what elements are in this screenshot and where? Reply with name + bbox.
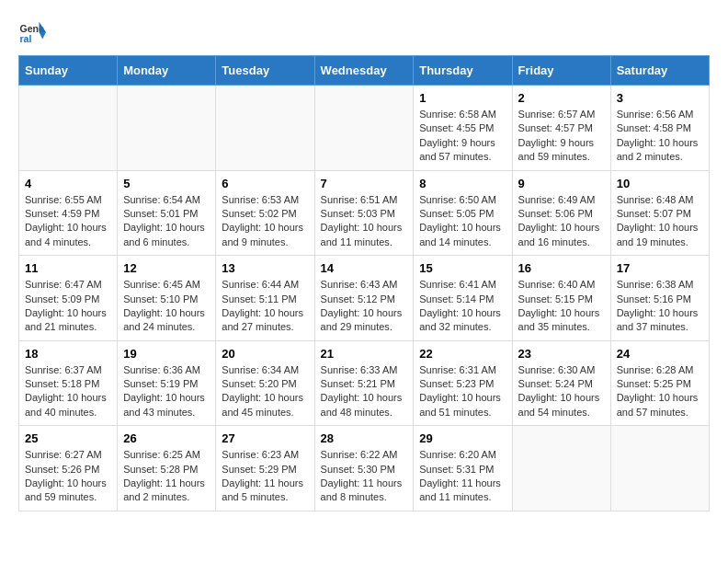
week-row-3: 11Sunrise: 6:47 AMSunset: 5:09 PMDayligh…	[19, 256, 710, 341]
weekday-header-row: SundayMondayTuesdayWednesdayThursdayFrid…	[19, 56, 710, 86]
day-info: Sunrise: 6:25 AMSunset: 5:28 PMDaylight:…	[123, 448, 210, 505]
day-number: 1	[419, 91, 506, 105]
day-number: 8	[419, 177, 506, 190]
day-number: 9	[518, 177, 605, 190]
calendar-cell: 2Sunrise: 6:57 AMSunset: 4:57 PMDaylight…	[512, 86, 610, 171]
calendar-cell: 27Sunrise: 6:23 AMSunset: 5:29 PMDayligh…	[216, 426, 314, 511]
day-info: Sunrise: 6:41 AMSunset: 5:14 PMDaylight:…	[419, 278, 506, 335]
day-info: Sunrise: 6:31 AMSunset: 5:23 PMDaylight:…	[419, 363, 506, 420]
day-info: Sunrise: 6:28 AMSunset: 5:25 PMDaylight:…	[617, 363, 703, 420]
calendar-cell: 8Sunrise: 6:50 AMSunset: 5:05 PMDaylight…	[414, 170, 512, 256]
day-number: 23	[518, 347, 605, 361]
calendar-cell: 17Sunrise: 6:38 AMSunset: 5:16 PMDayligh…	[610, 256, 709, 341]
logo: Gene ral	[18, 18, 48, 46]
calendar-cell	[19, 86, 118, 171]
day-number: 18	[25, 347, 111, 361]
day-info: Sunrise: 6:57 AMSunset: 4:57 PMDaylight:…	[518, 108, 605, 165]
day-info: Sunrise: 6:56 AMSunset: 4:58 PMDaylight:…	[617, 108, 703, 165]
weekday-header-wednesday: Wednesday	[314, 56, 414, 86]
weekday-header-saturday: Saturday	[610, 56, 709, 86]
day-number: 7	[321, 177, 408, 190]
day-number: 26	[123, 431, 210, 445]
calendar-cell: 20Sunrise: 6:34 AMSunset: 5:20 PMDayligh…	[216, 340, 314, 426]
day-info: Sunrise: 6:48 AMSunset: 5:07 PMDaylight:…	[617, 193, 703, 250]
day-number: 14	[321, 261, 408, 275]
day-info: Sunrise: 6:33 AMSunset: 5:21 PMDaylight:…	[321, 363, 408, 420]
day-info: Sunrise: 6:20 AMSunset: 5:31 PMDaylight:…	[419, 448, 506, 505]
calendar-cell: 4Sunrise: 6:55 AMSunset: 4:59 PMDaylight…	[19, 170, 118, 256]
calendar-cell: 6Sunrise: 6:53 AMSunset: 5:02 PMDaylight…	[216, 170, 314, 256]
day-info: Sunrise: 6:50 AMSunset: 5:05 PMDaylight:…	[419, 193, 506, 250]
calendar-cell: 22Sunrise: 6:31 AMSunset: 5:23 PMDayligh…	[414, 340, 512, 426]
day-info: Sunrise: 6:37 AMSunset: 5:18 PMDaylight:…	[25, 363, 111, 420]
calendar-cell	[314, 86, 414, 171]
day-number: 11	[25, 261, 111, 275]
week-row-4: 18Sunrise: 6:37 AMSunset: 5:18 PMDayligh…	[19, 340, 710, 426]
day-number: 29	[419, 431, 506, 445]
day-number: 22	[419, 347, 506, 361]
week-row-2: 4Sunrise: 6:55 AMSunset: 4:59 PMDaylight…	[19, 170, 710, 256]
calendar-cell: 11Sunrise: 6:47 AMSunset: 5:09 PMDayligh…	[19, 256, 118, 341]
day-number: 13	[222, 261, 308, 275]
day-info: Sunrise: 6:27 AMSunset: 5:26 PMDaylight:…	[25, 448, 111, 505]
calendar-cell: 16Sunrise: 6:40 AMSunset: 5:15 PMDayligh…	[512, 256, 610, 341]
svg-text:ral: ral	[20, 33, 32, 44]
day-number: 21	[321, 347, 408, 361]
day-info: Sunrise: 6:54 AMSunset: 5:01 PMDaylight:…	[123, 193, 210, 250]
calendar-cell: 7Sunrise: 6:51 AMSunset: 5:03 PMDaylight…	[314, 170, 414, 256]
calendar-cell: 9Sunrise: 6:49 AMSunset: 5:06 PMDaylight…	[512, 170, 610, 256]
calendar-cell: 10Sunrise: 6:48 AMSunset: 5:07 PMDayligh…	[610, 170, 709, 256]
calendar-cell: 3Sunrise: 6:56 AMSunset: 4:58 PMDaylight…	[610, 86, 709, 171]
calendar-cell: 21Sunrise: 6:33 AMSunset: 5:21 PMDayligh…	[314, 340, 414, 426]
day-info: Sunrise: 6:34 AMSunset: 5:20 PMDaylight:…	[222, 363, 308, 420]
calendar-cell	[216, 86, 314, 171]
calendar-cell: 26Sunrise: 6:25 AMSunset: 5:28 PMDayligh…	[118, 426, 216, 511]
calendar-cell: 28Sunrise: 6:22 AMSunset: 5:30 PMDayligh…	[314, 426, 414, 511]
calendar-table: SundayMondayTuesdayWednesdayThursdayFrid…	[18, 55, 710, 511]
day-number: 4	[25, 177, 111, 190]
calendar-cell: 13Sunrise: 6:44 AMSunset: 5:11 PMDayligh…	[216, 256, 314, 341]
day-number: 2	[518, 91, 605, 105]
day-number: 16	[518, 261, 605, 275]
day-info: Sunrise: 6:47 AMSunset: 5:09 PMDaylight:…	[25, 278, 111, 335]
header: Gene ral	[18, 18, 710, 46]
day-info: Sunrise: 6:40 AMSunset: 5:15 PMDaylight:…	[518, 278, 605, 335]
calendar-cell: 18Sunrise: 6:37 AMSunset: 5:18 PMDayligh…	[19, 340, 118, 426]
weekday-header-sunday: Sunday	[19, 56, 118, 86]
day-info: Sunrise: 6:55 AMSunset: 4:59 PMDaylight:…	[25, 193, 111, 250]
weekday-header-thursday: Thursday	[414, 56, 512, 86]
day-number: 27	[222, 431, 308, 445]
day-number: 19	[123, 347, 210, 361]
day-number: 10	[617, 177, 703, 190]
calendar-cell	[512, 426, 610, 511]
calendar-cell: 23Sunrise: 6:30 AMSunset: 5:24 PMDayligh…	[512, 340, 610, 426]
day-number: 3	[617, 91, 703, 105]
day-number: 20	[222, 347, 308, 361]
day-info: Sunrise: 6:22 AMSunset: 5:30 PMDaylight:…	[321, 448, 408, 505]
day-info: Sunrise: 6:30 AMSunset: 5:24 PMDaylight:…	[518, 363, 605, 420]
day-info: Sunrise: 6:45 AMSunset: 5:10 PMDaylight:…	[123, 278, 210, 335]
day-info: Sunrise: 6:49 AMSunset: 5:06 PMDaylight:…	[518, 193, 605, 250]
day-info: Sunrise: 6:23 AMSunset: 5:29 PMDaylight:…	[222, 448, 308, 505]
day-number: 6	[222, 177, 308, 190]
day-number: 15	[419, 261, 506, 275]
day-number: 5	[123, 177, 210, 190]
calendar-cell: 12Sunrise: 6:45 AMSunset: 5:10 PMDayligh…	[118, 256, 216, 341]
day-number: 17	[617, 261, 703, 275]
day-number: 28	[321, 431, 408, 445]
week-row-1: 1Sunrise: 6:58 AMSunset: 4:55 PMDaylight…	[19, 86, 710, 171]
day-info: Sunrise: 6:58 AMSunset: 4:55 PMDaylight:…	[419, 108, 506, 165]
day-number: 24	[617, 347, 703, 361]
day-info: Sunrise: 6:51 AMSunset: 5:03 PMDaylight:…	[321, 193, 408, 250]
day-number: 12	[123, 261, 210, 275]
calendar-cell: 19Sunrise: 6:36 AMSunset: 5:19 PMDayligh…	[118, 340, 216, 426]
weekday-header-monday: Monday	[118, 56, 216, 86]
calendar-cell: 1Sunrise: 6:58 AMSunset: 4:55 PMDaylight…	[414, 86, 512, 171]
weekday-header-friday: Friday	[512, 56, 610, 86]
day-info: Sunrise: 6:43 AMSunset: 5:12 PMDaylight:…	[321, 278, 408, 335]
day-info: Sunrise: 6:38 AMSunset: 5:16 PMDaylight:…	[617, 278, 703, 335]
calendar-cell: 24Sunrise: 6:28 AMSunset: 5:25 PMDayligh…	[610, 340, 709, 426]
day-info: Sunrise: 6:53 AMSunset: 5:02 PMDaylight:…	[222, 193, 308, 250]
weekday-header-tuesday: Tuesday	[216, 56, 314, 86]
calendar-cell	[118, 86, 216, 171]
